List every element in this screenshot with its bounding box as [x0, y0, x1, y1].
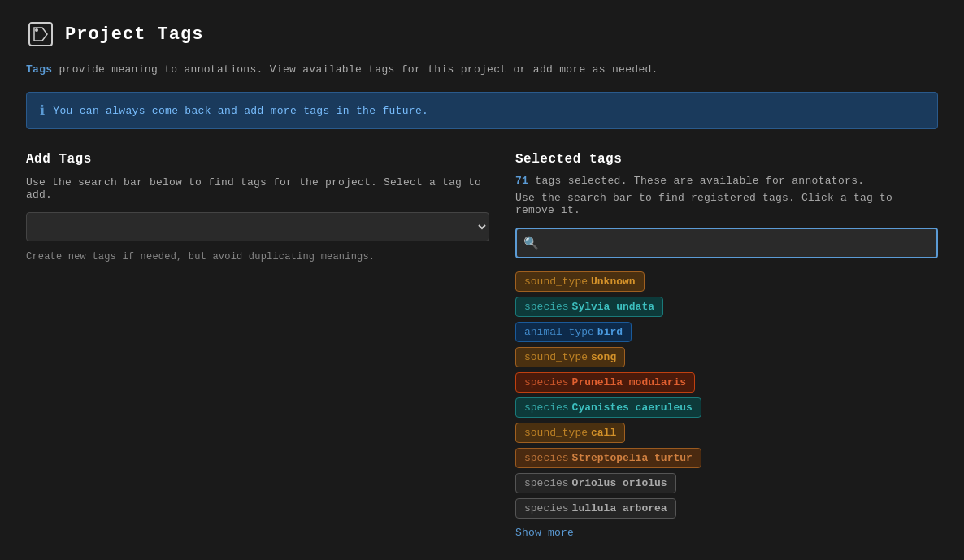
tag-item[interactable]: species Streptopelia turtur	[515, 448, 701, 468]
tags-remove-hint: Use the search bar to find registered ta…	[515, 192, 938, 216]
info-icon: ℹ	[40, 102, 45, 119]
add-tags-description: Use the search bar below to find tags fo…	[26, 176, 489, 201]
show-more-button[interactable]: Show more	[515, 522, 574, 544]
tag-item[interactable]: species Cyanistes caeruleus	[515, 397, 701, 418]
svg-rect-0	[29, 23, 52, 46]
tag-item[interactable]: sound_type call	[515, 423, 625, 443]
tag-item[interactable]: species Oriolus oriolus	[515, 473, 676, 493]
tag-prefix: species	[524, 376, 569, 389]
tags-list: sound_type Unknownspecies Sylvia undataa…	[515, 271, 938, 519]
selected-search-wrapper: 🔍	[515, 228, 938, 258]
info-banner-text: You can always come back and add more ta…	[53, 105, 428, 117]
svg-point-1	[35, 28, 38, 32]
tag-item[interactable]: species lullula arborea	[515, 498, 676, 519]
tag-value: lullula arborea	[572, 502, 667, 514]
tag-value: call	[591, 427, 616, 439]
subtitle-highlight: Tags	[26, 63, 52, 76]
main-content: Add Tags Use the search bar below to fin…	[26, 152, 938, 544]
create-hint: Create new tags if needed, but avoid dup…	[26, 251, 489, 263]
tag-prefix: sound_type	[524, 276, 588, 288]
tag-value: Streptopelia turtur	[572, 452, 693, 464]
add-tags-title: Add Tags	[26, 152, 489, 167]
page-header: Project Tags	[26, 20, 938, 49]
search-icon: 🔍	[523, 236, 539, 251]
tag-value: song	[591, 351, 616, 363]
selected-tags-search-input[interactable]	[515, 228, 938, 258]
tag-prefix: animal_type	[524, 326, 594, 338]
page-subtitle: Tags provide meaning to annotations. Vie…	[26, 63, 938, 76]
tag-item[interactable]: sound_type song	[515, 347, 625, 367]
page-title: Project Tags	[65, 24, 203, 45]
tag-item[interactable]: animal_type bird	[515, 322, 632, 342]
tag-item[interactable]: species Sylvia undata	[515, 297, 663, 317]
tag-prefix: species	[524, 301, 569, 313]
tag-prefix: sound_type	[524, 427, 588, 439]
tag-icon	[26, 20, 55, 49]
tag-value: bird	[597, 326, 623, 338]
tags-count-line: 71 tags selected. These are available fo…	[515, 175, 938, 187]
tag-search-select[interactable]	[26, 212, 489, 241]
tag-item[interactable]: sound_type Unknown	[515, 271, 645, 292]
tag-value: Prunella modularis	[572, 376, 686, 389]
tag-value: Cyanistes caeruleus	[572, 402, 693, 414]
tag-value: Oriolus oriolus	[572, 477, 667, 489]
info-banner: ℹ You can always come back and add more …	[26, 92, 938, 129]
tags-count: 71	[515, 175, 528, 187]
selected-tags-title: Selected tags	[515, 152, 938, 167]
tag-prefix: species	[524, 402, 569, 414]
tags-count-text: tags selected. These are available for a…	[535, 175, 864, 187]
tag-prefix: species	[524, 452, 569, 464]
subtitle-text: provide meaning to annotations. View ava…	[52, 63, 658, 76]
tag-value: Unknown	[591, 276, 636, 288]
tag-prefix: species	[524, 502, 569, 514]
tag-value: Sylvia undata	[572, 301, 654, 313]
tag-search-wrapper	[26, 212, 489, 241]
tag-prefix: sound_type	[524, 351, 588, 363]
tag-prefix: species	[524, 477, 569, 489]
add-tags-panel: Add Tags Use the search bar below to fin…	[26, 152, 489, 544]
tag-item[interactable]: species Prunella modularis	[515, 372, 695, 393]
selected-tags-panel: Selected tags 71 tags selected. These ar…	[515, 152, 938, 544]
